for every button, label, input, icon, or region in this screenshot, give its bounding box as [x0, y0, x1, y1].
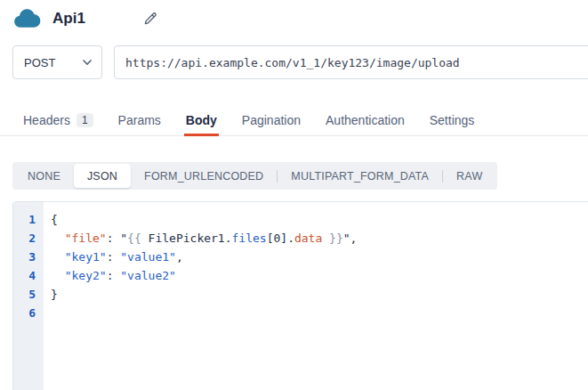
- line-number: 2: [13, 229, 36, 248]
- code-line: "key1": "value1",: [51, 248, 588, 266]
- chevron-down-icon: [82, 59, 93, 66]
- pencil-icon: [142, 11, 158, 27]
- resource-header: Api1: [12, 5, 160, 32]
- tab-settings[interactable]: Settings: [428, 113, 477, 135]
- headers-count-badge: 1: [77, 113, 93, 127]
- tab-pagination[interactable]: Pagination: [240, 113, 302, 135]
- body-type-raw[interactable]: RAW: [443, 164, 495, 188]
- tab-authentication[interactable]: Authentication: [324, 113, 407, 135]
- tab-headers[interactable]: Headers 1: [21, 113, 95, 135]
- edit-title-button[interactable]: [142, 10, 160, 28]
- body-type-json[interactable]: JSON: [74, 164, 131, 188]
- tab-params[interactable]: Params: [117, 113, 163, 135]
- method-select-value: POST: [24, 56, 82, 69]
- method-select[interactable]: POST: [12, 45, 102, 79]
- tab-body[interactable]: Body: [184, 113, 219, 135]
- url-input[interactable]: [114, 45, 588, 79]
- gutter: 123456: [13, 202, 44, 390]
- body-type-selector: NONE JSON FORM_URLENCODED MULTIPART_FORM…: [12, 162, 497, 190]
- code-line: }: [51, 285, 588, 304]
- line-number: 6: [13, 304, 36, 322]
- code-line: "key2": "value2": [51, 266, 588, 285]
- page-title: Api1: [52, 10, 85, 28]
- line-number: 3: [13, 248, 36, 266]
- line-number: 5: [13, 285, 36, 304]
- body-type-none[interactable]: NONE: [14, 164, 74, 188]
- code-lines[interactable]: { "file": "{{ FilePicker1.files[0].data …: [44, 202, 588, 390]
- tab-headers-label: Headers: [23, 113, 70, 127]
- code-line: {: [51, 210, 588, 229]
- code-line: [51, 304, 588, 322]
- line-number: 1: [13, 210, 36, 229]
- body-type-form-urlencoded[interactable]: FORM_URLENCODED: [131, 164, 277, 188]
- line-number: 4: [13, 266, 36, 285]
- code-line: "file": "{{ FilePicker1.files[0].data }}…: [51, 229, 588, 248]
- cloud-icon: [12, 7, 41, 30]
- json-body-editor[interactable]: 123456 { "file": "{{ FilePicker1.files[0…: [12, 201, 588, 390]
- body-type-multipart-form-data[interactable]: MULTIPART_FORM_DATA: [278, 164, 442, 188]
- request-tabs: Headers 1 Params Body Pagination Authent…: [0, 110, 588, 136]
